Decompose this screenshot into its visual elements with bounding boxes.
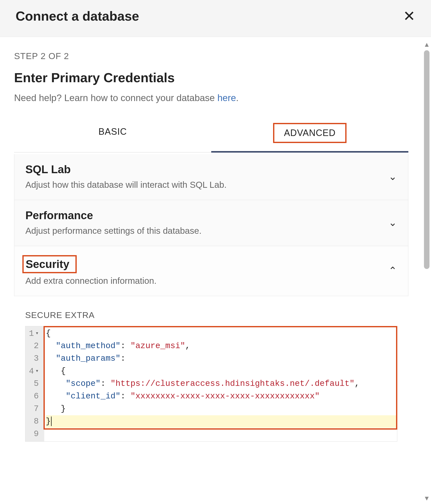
fold-marker-icon[interactable]: ▾ <box>35 327 39 340</box>
secure-extra-label: SECURE EXTRA <box>25 310 397 320</box>
help-text: Need help? Learn how to connect your dat… <box>14 93 408 103</box>
modal-root: Connect a database ✕ STEP 2 OF 2 Enter P… <box>0 0 431 504</box>
code-line[interactable]: "scope": "https://clusteraccess.hdinsigh… <box>46 378 397 390</box>
code-line[interactable]: "auth_method": "azure_msi", <box>46 340 397 352</box>
scroll-down-icon[interactable]: ▼ <box>422 494 431 502</box>
gutter-line: 9 <box>29 428 39 440</box>
accordion-sql-lab-subtitle: Adjust how this database will interact w… <box>25 180 383 190</box>
page-title: Enter Primary Credentials <box>14 70 408 85</box>
code-line[interactable]: } <box>46 403 397 415</box>
secure-extra-section: SECURE EXTRA 1▾234▾56789 { "auth_method"… <box>14 296 408 442</box>
modal-header: Connect a database ✕ <box>0 0 431 37</box>
code-editor-wrap: 1▾234▾56789 { "auth_method": "azure_msi"… <box>25 326 397 442</box>
accordion-performance[interactable]: Performance Adjust performance settings … <box>14 200 408 246</box>
code-content[interactable]: { "auth_method": "azure_msi", "auth_para… <box>44 326 397 441</box>
close-icon[interactable]: ✕ <box>403 9 415 23</box>
code-line[interactable]: "auth_params": <box>46 352 397 365</box>
help-text-suffix: . <box>236 93 238 103</box>
accordion-sql-lab-title: SQL Lab <box>25 163 383 176</box>
code-line[interactable]: } <box>46 415 397 428</box>
accordion-security[interactable]: Security Add extra connection informatio… <box>14 246 408 296</box>
code-line[interactable]: { <box>46 365 397 378</box>
accordion-security-title: Security <box>26 258 69 270</box>
gutter-line: 7 <box>29 403 39 415</box>
gutter-line: 6 <box>29 390 39 403</box>
scroll-up-icon[interactable]: ▲ <box>422 40 431 49</box>
tab-advanced-label: ADVANCED <box>273 123 346 143</box>
code-gutter: 1▾234▾56789 <box>25 326 44 441</box>
gutter-line: 8 <box>29 415 39 428</box>
chevron-down-icon: ⌄ <box>383 171 397 182</box>
scroll-thumb[interactable] <box>424 50 429 269</box>
fold-marker-icon[interactable]: ▾ <box>35 365 39 378</box>
accordion-performance-subtitle: Adjust performance settings of this data… <box>25 226 383 236</box>
step-indicator: STEP 2 OF 2 <box>14 51 408 61</box>
code-line[interactable]: { <box>46 327 397 340</box>
text-caret <box>51 417 52 426</box>
gutter-line: 1▾ <box>29 327 39 340</box>
chevron-down-icon: ⌄ <box>383 217 397 228</box>
tab-basic[interactable]: BASIC <box>14 114 211 153</box>
code-editor[interactable]: 1▾234▾56789 { "auth_method": "azure_msi"… <box>25 326 397 442</box>
scrollbar[interactable]: ▲ ▼ <box>422 40 431 502</box>
modal-body: STEP 2 OF 2 Enter Primary Credentials Ne… <box>0 37 422 442</box>
accordion-performance-title: Performance <box>25 209 383 222</box>
accordion-sql-lab[interactable]: SQL Lab Adjust how this database will in… <box>14 154 408 200</box>
accordion-security-subtitle: Add extra connection information. <box>25 276 383 286</box>
tab-bar: BASIC ADVANCED <box>14 114 408 153</box>
chevron-up-icon: ⌃ <box>383 265 397 276</box>
gutter-line: 5 <box>29 378 39 390</box>
tab-basic-label: BASIC <box>89 123 136 141</box>
help-text-prefix: Need help? Learn how to connect your dat… <box>14 93 217 103</box>
security-title-highlight: Security <box>22 255 77 273</box>
code-line[interactable] <box>46 428 397 440</box>
gutter-line: 2 <box>29 340 39 352</box>
help-link[interactable]: here <box>217 93 236 103</box>
tab-advanced[interactable]: ADVANCED <box>211 114 408 153</box>
code-line[interactable]: "client_id": "xxxxxxxx-xxxx-xxxx-xxxx-xx… <box>46 390 397 403</box>
gutter-line: 3 <box>29 352 39 365</box>
modal-title: Connect a database <box>16 9 139 24</box>
gutter-line: 4▾ <box>29 365 39 378</box>
